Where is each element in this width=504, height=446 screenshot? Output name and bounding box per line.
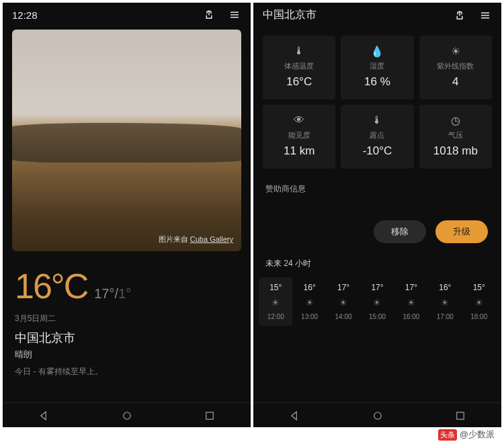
svg-point-8 <box>374 412 381 420</box>
humidity-icon: 💧 <box>370 45 384 57</box>
nav-recent-icon[interactable] <box>454 410 466 422</box>
hour-time: 12:00 <box>267 313 284 320</box>
sun-icon: ☀ <box>407 298 415 308</box>
nav-home-icon[interactable] <box>372 410 384 422</box>
photo-credit: 图片来自 Cuba Gallery <box>159 234 233 244</box>
detail-value: 1018 mb <box>433 144 478 158</box>
android-nav-bar <box>3 402 251 427</box>
hour-temp: 17° <box>371 283 383 292</box>
hour-cell[interactable]: 17°☀14:00 <box>327 277 360 326</box>
next-24h-label: 未来 24 小时 <box>253 251 501 273</box>
detail-card: 👁能见度11 km <box>263 105 335 169</box>
nav-back-icon[interactable] <box>38 410 50 422</box>
hour-cell[interactable]: 16°☀17:00 <box>428 277 462 326</box>
hour-time: 15:00 <box>369 313 386 320</box>
header-city: 中国北京市 <box>263 8 317 22</box>
hour-temp: 15° <box>473 283 485 292</box>
status-bar: 12:28 <box>3 3 251 24</box>
sun-icon: ☀ <box>441 298 449 308</box>
gauge-icon: ◷ <box>451 114 460 126</box>
hour-cell[interactable]: 15°☀12:00 <box>259 277 292 326</box>
watermark-badge: 头条 <box>438 429 457 441</box>
android-nav-bar <box>253 402 501 427</box>
sun-icon: ☀ <box>271 298 280 308</box>
hour-cell[interactable]: 17°☀16:00 <box>394 277 428 326</box>
hour-time: 14:00 <box>335 313 352 320</box>
hour-cell[interactable]: 17°☀15:00 <box>360 277 394 326</box>
menu-icon[interactable] <box>228 8 241 21</box>
detail-label: 紫外线指数 <box>437 61 474 71</box>
sun-icon: ☀ <box>451 45 460 57</box>
hourly-forecast[interactable]: 15°☀12:0016°☀13:0017°☀14:0017°☀15:0017°☀… <box>253 273 501 331</box>
detail-label: 气压 <box>448 130 463 140</box>
detail-label: 露点 <box>370 130 384 140</box>
hour-time: 16:00 <box>403 313 419 320</box>
hour-cell[interactable]: 15°☀18:00 <box>462 277 496 326</box>
hour-time: 18:00 <box>470 313 487 320</box>
hour-time: 13:00 <box>301 313 318 320</box>
detail-value: 16°C <box>286 75 312 89</box>
hour-cell[interactable]: 16°☀13:00 <box>292 277 326 326</box>
sun-icon: ☀ <box>306 298 314 308</box>
temperature-main: 16°C <box>15 266 87 306</box>
forecast-note: 今日 - 有雾持续至早上。 <box>3 362 251 382</box>
hour-temp: 17° <box>337 283 349 292</box>
detail-card: ☀紫外线指数4 <box>419 36 492 99</box>
svg-point-3 <box>123 412 130 420</box>
hour-temp: 16° <box>439 283 451 292</box>
hour-time: 17:00 <box>437 313 454 320</box>
nav-recent-icon[interactable] <box>204 410 216 422</box>
svg-rect-4 <box>206 412 213 420</box>
sponsor-label: 赞助商信息 <box>253 177 501 197</box>
detail-card: 🌡露点-10°C <box>341 105 413 169</box>
date-label: 3月5日周二 <box>3 312 251 326</box>
sun-icon: ☀ <box>339 298 347 308</box>
phone-left: 12:28 图片来自 Cuba Gallery 16°C 17°/1° 3月5日… <box>3 3 251 427</box>
watermark-text: @少数派 <box>460 429 495 441</box>
detail-label: 湿度 <box>370 61 384 71</box>
watermark: 头条 @少数派 <box>438 429 495 441</box>
detail-card: ◷气压1018 mb <box>419 105 492 169</box>
hour-temp: 17° <box>405 283 417 292</box>
detail-value: 4 <box>452 75 458 89</box>
temperature-row: 16°C 17°/1° <box>3 257 251 312</box>
share-icon[interactable] <box>202 8 216 21</box>
detail-grid: 🌡体感温度16°C💧湿度16 %☀紫外线指数4👁能见度11 km🌡露点-10°C… <box>253 28 501 177</box>
nav-home-icon[interactable] <box>121 410 133 422</box>
phone-right: 中国北京市 🌡体感温度16°C💧湿度16 %☀紫外线指数4👁能见度11 km🌡露… <box>253 3 501 427</box>
eye-icon: 👁 <box>294 114 304 126</box>
detail-label: 体感温度 <box>284 61 314 71</box>
detail-value: 16 % <box>364 75 390 89</box>
svg-rect-9 <box>456 412 464 420</box>
header-bar: 中国北京市 <box>253 3 501 28</box>
city-label: 中国北京市 <box>3 326 251 347</box>
condition-label: 晴朗 <box>3 347 251 362</box>
thermometer-icon: 🌡 <box>294 45 304 57</box>
temperature-hilo: 17°/1° <box>94 286 131 302</box>
hour-temp: 15° <box>269 283 282 292</box>
sun-icon: ☀ <box>373 298 381 308</box>
remove-button[interactable]: 移除 <box>374 220 426 243</box>
dewpoint-icon: 🌡 <box>372 114 382 126</box>
clock: 12:28 <box>12 9 38 21</box>
share-icon[interactable] <box>453 9 466 22</box>
sun-icon: ☀ <box>475 298 483 308</box>
detail-card: 🌡体感温度16°C <box>263 36 335 99</box>
sponsor-buttons: 移除 升级 <box>253 197 501 251</box>
upgrade-button[interactable]: 升级 <box>435 220 488 243</box>
hour-temp: 16° <box>304 283 316 292</box>
weather-photo: 图片来自 Cuba Gallery <box>12 30 241 251</box>
menu-icon[interactable] <box>478 9 492 22</box>
nav-back-icon[interactable] <box>289 410 301 422</box>
detail-label: 能见度 <box>288 130 310 140</box>
detail-value: 11 km <box>284 144 314 158</box>
photo-credit-link[interactable]: Cuba Gallery <box>190 235 233 243</box>
detail-value: -10°C <box>363 144 392 158</box>
detail-card: 💧湿度16 % <box>341 36 413 99</box>
